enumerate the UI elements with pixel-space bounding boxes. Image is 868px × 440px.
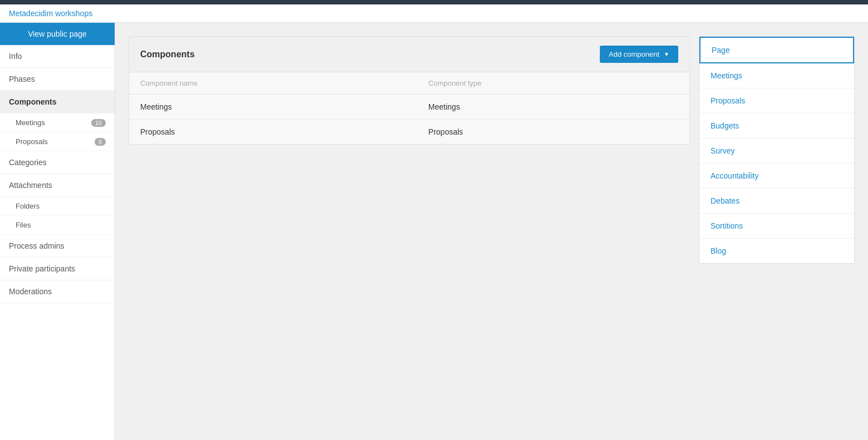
sidebar-sub-item-meetings[interactable]: Meetings 10	[0, 113, 115, 132]
add-component-button[interactable]: Add component ▼	[600, 46, 678, 63]
dropdown-panel: Page Meetings Proposals Budgets Survey A…	[699, 36, 855, 264]
dropdown-item-accountability[interactable]: Accountability	[699, 164, 854, 189]
add-component-label: Add component	[609, 50, 659, 58]
dropdown-item-budgets[interactable]: Budgets	[699, 113, 854, 139]
main-with-dropdown: Components Add component ▼ Component nam…	[129, 36, 855, 264]
components-table: Component name Component type MeetingsMe…	[129, 72, 689, 144]
dropdown-item-proposals[interactable]: Proposals	[699, 88, 854, 113]
sidebar-sub-item-folders[interactable]: Folders	[0, 197, 115, 216]
sidebar-sub-label-folders: Folders	[16, 202, 40, 210]
layout: View public page Info Phases Components …	[0, 23, 868, 440]
dropdown-item-blog[interactable]: Blog	[699, 239, 854, 263]
meetings-badge: 10	[91, 119, 106, 127]
sidebar-item-components[interactable]: Components	[0, 91, 115, 113]
col-component-type: Component type	[417, 72, 689, 95]
table-cell-name: Proposals	[129, 120, 417, 145]
sidebar: View public page Info Phases Components …	[0, 23, 115, 440]
sidebar-item-attachments[interactable]: Attachments	[0, 174, 115, 197]
table-row: MeetingsMeetings	[129, 95, 689, 120]
table-header-row: Component name Component type	[129, 72, 689, 95]
sidebar-item-moderations[interactable]: Moderations	[0, 280, 115, 303]
dropdown-item-survey[interactable]: Survey	[699, 139, 854, 164]
dropdown-item-sortitions[interactable]: Sortitions	[699, 214, 854, 239]
proposals-badge: 8	[95, 138, 106, 146]
components-panel-title: Components	[140, 50, 195, 60]
table-head: Component name Component type	[129, 72, 689, 95]
sidebar-sub-label-files: Files	[16, 221, 31, 229]
sidebar-item-categories[interactable]: Categories	[0, 151, 115, 174]
main-panel-area: Components Add component ▼ Component nam…	[129, 36, 690, 145]
table-row: ProposalsProposals	[129, 120, 689, 145]
sidebar-item-info[interactable]: Info	[0, 45, 115, 68]
col-component-name: Component name	[129, 72, 417, 95]
dropdown-arrow-icon: ▼	[664, 51, 669, 57]
sidebar-sub-label-proposals: Proposals	[16, 137, 48, 146]
components-panel: Components Add component ▼ Component nam…	[129, 36, 690, 145]
main-content: Components Add component ▼ Component nam…	[115, 23, 868, 440]
sidebar-sub-label-meetings: Meetings	[16, 118, 45, 127]
sidebar-item-process-admins[interactable]: Process admins	[0, 235, 115, 258]
table-cell-name: Meetings	[129, 95, 417, 120]
sidebar-item-private-participants[interactable]: Private participants	[0, 258, 115, 280]
dropdown-item-meetings[interactable]: Meetings	[699, 63, 854, 88]
app-title: Metadecidim workshops	[9, 9, 92, 18]
table-body: MeetingsMeetingsProposalsProposals	[129, 95, 689, 145]
dropdown-item-page[interactable]: Page	[699, 37, 854, 63]
table-cell-type: Meetings	[417, 95, 689, 120]
view-public-page-button[interactable]: View public page	[0, 23, 115, 45]
table-cell-type: Proposals	[417, 120, 689, 145]
sidebar-sub-item-files[interactable]: Files	[0, 216, 115, 235]
top-bar	[0, 0, 868, 4]
sidebar-sub-item-proposals[interactable]: Proposals 8	[0, 132, 115, 151]
components-header: Components Add component ▼	[129, 37, 689, 72]
app-header: Metadecidim workshops	[0, 4, 868, 23]
dropdown-item-debates[interactable]: Debates	[699, 189, 854, 214]
sidebar-item-phases[interactable]: Phases	[0, 68, 115, 91]
